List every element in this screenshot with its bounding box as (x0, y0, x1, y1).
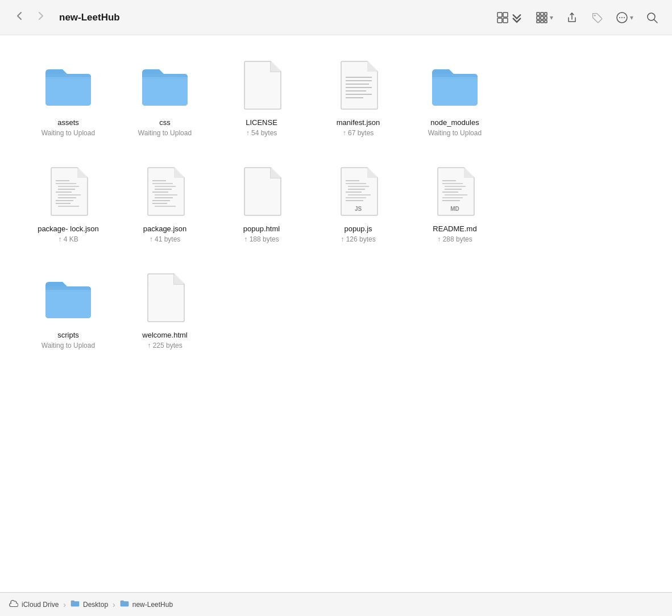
svg-rect-11 (541, 20, 544, 23)
file-name-popup-js: popup.js (344, 224, 372, 234)
file-status-css: Waiting to Upload (138, 129, 192, 137)
icloud-icon (9, 600, 18, 609)
file-item-popup-html[interactable]: popup.html↑ 188 bytes (216, 159, 307, 248)
file-grid: assetsWaiting to Upload cssWaiting to Up… (23, 52, 649, 354)
svg-point-17 (621, 17, 623, 18)
file-item-assets[interactable]: assetsWaiting to Upload (23, 52, 114, 141)
file-name-scripts: scripts (57, 331, 79, 340)
file-item-package-json[interactable]: package.json↑ 41 bytes (119, 159, 210, 248)
statusbar-desktop: Desktop (83, 601, 108, 609)
file-icon-license (236, 57, 287, 114)
svg-rect-3 (503, 18, 508, 23)
svg-rect-5 (541, 13, 544, 15)
file-status-license: ↑ 54 bytes (246, 129, 277, 137)
file-icon-assets (43, 57, 94, 114)
file-status-assets: Waiting to Upload (42, 129, 95, 137)
svg-rect-7 (537, 16, 540, 19)
svg-rect-2 (497, 18, 502, 23)
statusbar: iCloud Drive › Desktop › new-LeetHub (0, 592, 672, 616)
file-name-license: LICENSE (246, 118, 277, 128)
file-icon-scripts (43, 269, 94, 326)
svg-point-14 (594, 14, 596, 16)
share-button[interactable] (563, 10, 580, 25)
file-name-manifest: manifest.json (337, 118, 380, 128)
svg-line-20 (654, 19, 658, 23)
svg-rect-6 (545, 13, 547, 15)
folder-icon-small (120, 600, 129, 609)
file-item-readme[interactable]: MD README.md↑ 288 bytes (409, 159, 500, 248)
svg-rect-8 (541, 16, 544, 19)
svg-point-18 (624, 17, 625, 18)
toolbar: new-LeetHub (0, 0, 672, 35)
statusbar-icloud: iCloud Drive (22, 601, 59, 609)
tag-button[interactable] (588, 10, 605, 25)
file-status-readme: ↑ 288 bytes (437, 235, 472, 243)
more-chevron-icon: ▾ (630, 14, 633, 22)
svg-text:JS: JS (355, 206, 362, 212)
file-status-package-lock: ↑ 4 KB (58, 235, 78, 243)
file-icon-manifest (333, 57, 384, 114)
back-button[interactable] (11, 9, 28, 26)
file-name-assets: assets (57, 118, 79, 128)
svg-rect-12 (545, 20, 547, 23)
file-item-css[interactable]: cssWaiting to Upload (119, 52, 210, 141)
file-name-package-json: package.json (143, 224, 187, 234)
file-icon-package-lock (43, 163, 94, 220)
file-status-manifest: ↑ 67 bytes (343, 129, 374, 137)
svg-rect-1 (503, 13, 508, 17)
file-name-readme: README.md (433, 224, 476, 234)
file-icon-welcome-html (139, 269, 190, 326)
file-item-license[interactable]: LICENSE↑ 54 bytes (216, 52, 307, 141)
window-title: new-LeetHub (59, 12, 120, 23)
file-item-package-lock[interactable]: package- lock.json↑ 4 KB (23, 159, 114, 248)
file-icon-node_modules (429, 57, 480, 114)
file-icon-package-json (139, 163, 190, 220)
file-icon-readme: MD (429, 163, 480, 220)
file-name-welcome-html: welcome.html (142, 331, 187, 340)
file-name-css: css (159, 118, 171, 128)
file-item-node_modules[interactable]: node_modulesWaiting to Upload (409, 52, 500, 141)
file-item-welcome-html[interactable]: welcome.html↑ 225 bytes (119, 265, 210, 354)
search-button[interactable] (644, 10, 661, 25)
file-item-popup-js[interactable]: JS popup.js↑ 126 bytes (313, 159, 404, 248)
file-icon-popup-html (236, 163, 287, 220)
file-status-popup-js: ↑ 126 bytes (341, 235, 375, 243)
file-name-package-lock: package- lock.json (38, 224, 99, 234)
svg-text:MD: MD (450, 206, 459, 212)
view-toggle-button[interactable] (494, 10, 525, 25)
file-status-welcome-html: ↑ 225 bytes (147, 342, 182, 349)
chevron-down-icon: ▾ (550, 14, 553, 22)
group-view-button[interactable]: ▾ (533, 10, 555, 25)
file-item-scripts[interactable]: scriptsWaiting to Upload (23, 265, 114, 354)
svg-point-16 (619, 17, 620, 18)
file-name-node_modules: node_modules (430, 118, 479, 128)
svg-rect-9 (545, 16, 547, 19)
desktop-folder-icon (70, 600, 80, 609)
more-options-button[interactable]: ▾ (613, 10, 636, 25)
file-item-manifest[interactable]: manifest.json↑ 67 bytes (313, 52, 404, 141)
svg-rect-10 (537, 20, 540, 23)
svg-rect-4 (537, 13, 540, 15)
statusbar-sep2: › (113, 600, 115, 609)
file-status-node_modules: Waiting to Upload (428, 129, 482, 137)
nav-buttons (11, 9, 49, 26)
file-status-popup-html: ↑ 188 bytes (244, 235, 279, 243)
forward-button[interactable] (32, 9, 49, 26)
file-icon-popup-js: JS (333, 163, 384, 220)
statusbar-folder: new-LeetHub (132, 601, 173, 609)
file-browser: assetsWaiting to Upload cssWaiting to Up… (0, 35, 672, 592)
file-status-package-json: ↑ 41 bytes (150, 235, 181, 243)
toolbar-actions: ▾ ▾ (494, 10, 661, 25)
svg-rect-0 (497, 13, 502, 17)
statusbar-sep1: › (63, 600, 66, 609)
file-status-scripts: Waiting to Upload (42, 342, 95, 349)
file-name-popup-html: popup.html (243, 224, 280, 234)
file-icon-css (139, 57, 190, 114)
